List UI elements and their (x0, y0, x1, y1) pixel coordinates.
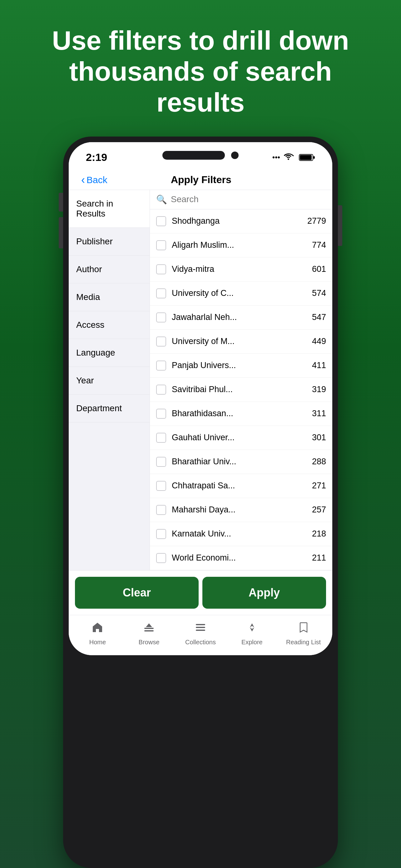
result-checkbox[interactable] (156, 481, 166, 491)
reading-list-icon (298, 621, 309, 636)
browse-icon (143, 621, 155, 636)
tab-reading-list[interactable]: Reading List (278, 621, 329, 646)
result-name: Karnatak Univ... (172, 529, 306, 539)
result-row[interactable]: Gauhati Univer...301 (150, 426, 332, 450)
phone-frame: 2:19 ••• (63, 136, 338, 868)
notch-area (162, 151, 239, 160)
result-checkbox[interactable] (156, 529, 166, 539)
search-icon: 🔍 (156, 194, 167, 205)
filter-access[interactable]: Access (69, 311, 149, 339)
result-checkbox[interactable] (156, 264, 166, 274)
clear-button[interactable]: Clear (75, 577, 199, 609)
result-checkbox[interactable] (156, 361, 166, 371)
search-input[interactable] (171, 194, 326, 204)
results-panel: 🔍 Shodhganga2779Aligarh Muslim...774Vidy… (150, 190, 332, 570)
result-row[interactable]: Maharshi Daya...257 (150, 498, 332, 522)
bottom-buttons: Clear Apply (69, 570, 332, 615)
filter-search-in-results[interactable]: Search in Results (69, 190, 149, 228)
volume-up-btn (59, 193, 63, 212)
result-row[interactable]: University of M...449 (150, 330, 332, 354)
side-buttons (59, 193, 63, 248)
result-name: Savitribai Phul... (172, 384, 306, 394)
content-area: Search in Results Publisher Author Media… (69, 190, 332, 570)
result-count: 257 (312, 505, 326, 515)
result-count: 218 (312, 529, 326, 539)
result-row[interactable]: University of C...574 (150, 281, 332, 306)
volume-down-btn (59, 217, 63, 248)
svg-marker-8 (250, 623, 254, 627)
filter-department[interactable]: Department (69, 395, 149, 423)
result-count: 2779 (307, 216, 326, 226)
signal-icon: ••• (272, 153, 280, 162)
result-name: University of M... (172, 337, 306, 346)
result-row[interactable]: Karnatak Univ...218 (150, 522, 332, 546)
svg-rect-3 (144, 630, 154, 631)
result-count: 301 (312, 433, 326, 442)
result-row[interactable]: Jawaharlal Neh...547 (150, 306, 332, 330)
result-count: 211 (312, 553, 326, 563)
power-btn (338, 205, 342, 246)
tab-home[interactable]: Home (72, 621, 123, 646)
back-button[interactable]: ‹ Back (81, 174, 107, 187)
result-checkbox[interactable] (156, 240, 166, 250)
result-count: 288 (312, 457, 326, 466)
result-checkbox[interactable] (156, 409, 166, 419)
svg-rect-2 (313, 156, 315, 159)
result-name: Jawaharlal Neh... (172, 312, 306, 322)
result-row[interactable]: Bharathidasan...311 (150, 402, 332, 426)
home-icon (92, 621, 103, 636)
result-row[interactable]: Shodhganga2779 (150, 209, 332, 234)
result-checkbox[interactable] (156, 337, 166, 346)
svg-rect-5 (196, 624, 205, 625)
back-label: Back (87, 175, 107, 185)
result-checkbox[interactable] (156, 553, 166, 563)
result-name: Gauhati Univer... (172, 433, 306, 442)
result-name: Panjab Univers... (172, 361, 306, 370)
tab-browse[interactable]: Browse (123, 621, 175, 646)
result-count: 601 (312, 264, 326, 274)
result-checkbox[interactable] (156, 505, 166, 515)
explore-icon (246, 621, 258, 636)
result-count: 574 (312, 288, 326, 298)
filter-language[interactable]: Language (69, 339, 149, 367)
svg-rect-6 (196, 627, 205, 628)
result-checkbox[interactable] (156, 384, 166, 395)
notch-pill (162, 151, 225, 160)
result-row[interactable]: Bharathiar Univ...288 (150, 450, 332, 474)
battery-icon (299, 153, 315, 161)
wifi-icon (284, 153, 295, 161)
result-row[interactable]: World Economi...211 (150, 546, 332, 570)
tab-explore[interactable]: Explore (226, 621, 278, 646)
result-count: 449 (312, 337, 326, 346)
filter-author[interactable]: Author (69, 256, 149, 283)
hero-text: Use filters to drill down thousands of s… (0, 0, 401, 136)
svg-marker-9 (250, 627, 254, 631)
result-count: 311 (312, 409, 326, 418)
filter-media[interactable]: Media (69, 283, 149, 311)
status-time: 2:19 (86, 151, 107, 163)
result-count: 319 (312, 384, 326, 394)
result-checkbox[interactable] (156, 216, 166, 226)
filter-year[interactable]: Year (69, 367, 149, 395)
apply-button[interactable]: Apply (202, 577, 326, 609)
result-checkbox[interactable] (156, 312, 166, 322)
tab-reading-list-label: Reading List (286, 639, 321, 646)
result-count: 271 (312, 481, 326, 491)
result-row[interactable]: Panjab Univers...411 (150, 354, 332, 378)
result-row[interactable]: Savitribai Phul...319 (150, 378, 332, 402)
notch-camera (231, 152, 239, 159)
result-checkbox[interactable] (156, 457, 166, 467)
svg-rect-4 (144, 628, 154, 629)
result-row[interactable]: Aligarh Muslim...774 (150, 234, 332, 257)
result-name: World Economi... (172, 553, 306, 563)
filter-publisher[interactable]: Publisher (69, 228, 149, 256)
tab-collections[interactable]: Collections (175, 621, 226, 646)
result-name: Aligarh Muslim... (172, 240, 306, 250)
result-checkbox[interactable] (156, 288, 166, 299)
result-row[interactable]: Vidya-mitra601 (150, 257, 332, 281)
result-row[interactable]: Chhatrapati Sa...271 (150, 474, 332, 498)
result-checkbox[interactable] (156, 433, 166, 443)
status-icons: ••• (272, 153, 315, 162)
phone-wrapper: 2:19 ••• (60, 136, 341, 868)
result-count: 774 (312, 240, 326, 250)
